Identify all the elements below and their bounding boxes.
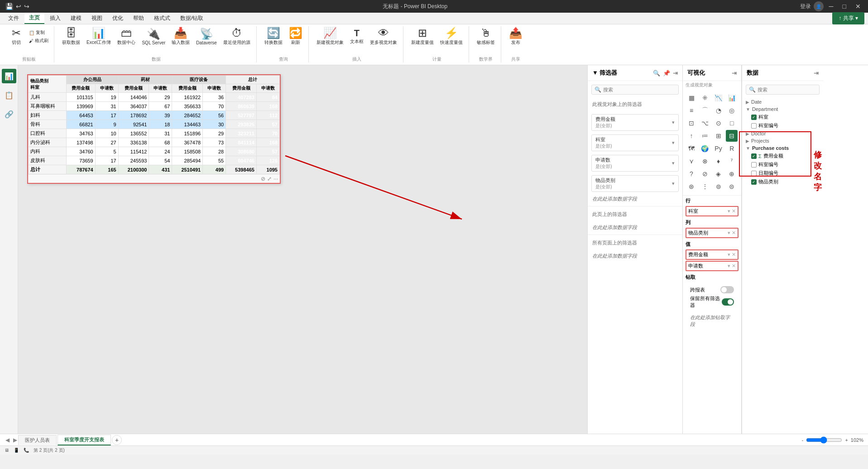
left-icon-report[interactable]: 📊 <box>2 69 16 83</box>
ribbon-btn-textbox[interactable]: T 文本框 <box>348 27 366 46</box>
filter-search-box[interactable]: 🔍 <box>591 85 679 95</box>
zoom-out-icon[interactable]: - <box>802 437 804 443</box>
viz-treemap[interactable]: ⊡ <box>686 117 697 129</box>
zoom-slider[interactable] <box>806 436 842 444</box>
viz-narrative[interactable]: ♦ <box>713 155 724 167</box>
menu-view[interactable]: 视图 <box>87 13 107 24</box>
ribbon-btn-quick-measure[interactable]: ⚡ 快速度量值 <box>438 26 465 47</box>
checkbox-keshi-no[interactable] <box>751 123 757 129</box>
purchase-category[interactable]: ✓ 物品类别 <box>748 177 823 186</box>
table-visual[interactable]: 物品类别科室 办公用品 药材 医疗设备 总计 费用金额 申请数 费用金额 申请数… <box>27 74 281 184</box>
viz-custom1[interactable]: ⊘ <box>699 168 711 180</box>
viz-kpi[interactable]: ↑ <box>686 130 697 142</box>
data-search-input[interactable] <box>758 87 816 92</box>
add-field-visual[interactable]: 在此处添加数据字段 <box>588 194 682 204</box>
menu-format[interactable]: 格式式 <box>149 13 175 24</box>
data-expand-icon[interactable]: ⇥ <box>814 70 819 77</box>
purchase-date-no[interactable]: 日期编号 <box>748 169 823 177</box>
filter-chip-category[interactable]: 物品类别 是(全部) ▾ <box>591 175 679 192</box>
ribbon-btn-dataverse[interactable]: 📡 Dataverse <box>194 27 219 47</box>
ribbon-btn-new-visual[interactable]: 📈 新建视觉对象 <box>314 26 346 47</box>
ribbon-btn-recent-sources[interactable]: ⏱ 最近使用的源 <box>221 26 253 47</box>
viz-custom3[interactable]: ⊕ <box>726 168 738 180</box>
chevron-row-icon[interactable]: ▾ <box>728 208 730 214</box>
value-req-chip[interactable]: 申请数 ▾ ✕ <box>686 261 739 271</box>
ribbon-btn-excel[interactable]: 📊 Excel工作簿 <box>84 26 113 47</box>
value-fee-chip[interactable]: 费用金额 ▾ ✕ <box>686 249 739 260</box>
group-doctor[interactable]: ▶ Doctor <box>742 130 823 137</box>
ribbon-btn-input[interactable]: 📥 输入数据 <box>169 26 192 47</box>
viz-bar-chart[interactable]: ▦ <box>686 92 697 104</box>
ribbon-btn-transform[interactable]: 🔄 转换数据 <box>262 26 285 47</box>
chevron-val2-icon[interactable]: ▾ <box>728 263 730 269</box>
viz-line-chart[interactable]: 📉 <box>713 92 724 104</box>
viz-table[interactable]: ⊞ <box>713 130 724 142</box>
viz-matrix[interactable]: ⊟ <box>726 130 738 142</box>
add-tab-button[interactable]: + <box>112 435 122 445</box>
chevron-down-icon[interactable]: ▾ <box>672 120 675 125</box>
page-prev-icon[interactable]: ◀ <box>5 436 10 444</box>
group-projects[interactable]: ▶ Projects <box>742 137 823 144</box>
checkbox-purchase-keshi-no[interactable] <box>751 162 757 168</box>
maximize-button[interactable]: □ <box>840 2 849 11</box>
checkbox-purchase-fee[interactable]: ✓ <box>751 153 757 159</box>
left-icon-model[interactable]: 🔗 <box>2 107 16 121</box>
ribbon-btn-format-painter[interactable]: 🖌 格式刷 <box>27 37 50 44</box>
chevron-down-icon-3[interactable]: ▾ <box>672 160 675 166</box>
filter-search-input[interactable] <box>603 87 676 92</box>
dept-item-keshi-no[interactable]: 科室编号 <box>748 121 823 130</box>
menu-home[interactable]: 主页 <box>24 13 44 24</box>
add-field-page[interactable]: 在此处添加数据字段 <box>588 222 682 233</box>
viz-donut[interactable]: ◎ <box>726 105 738 116</box>
close-col-icon[interactable]: ✕ <box>732 230 736 236</box>
viz-combo[interactable]: 📊 <box>726 92 738 104</box>
left-icon-data[interactable]: 📋 <box>2 88 16 102</box>
close-button[interactable]: ✕ <box>853 2 863 11</box>
undo-icon[interactable]: ↩ <box>15 2 22 11</box>
chevron-val-icon[interactable]: ▾ <box>728 252 730 258</box>
login-label[interactable]: 登录 <box>800 3 811 10</box>
ribbon-btn-get-data[interactable]: 🗄 获取数据 <box>60 26 82 47</box>
menu-help[interactable]: 帮助 <box>129 13 149 24</box>
tab-nurses[interactable]: 医护人员表 <box>18 435 57 445</box>
share-button[interactable]: ↑ 共享 ▾ <box>832 12 864 24</box>
minimize-button[interactable]: ─ <box>826 2 836 11</box>
viz-pie[interactable]: ◔ <box>713 105 724 116</box>
viz-shape[interactable]: Py <box>713 143 724 154</box>
viz-custom4[interactable]: ⊛ <box>686 181 697 192</box>
tab-quarterly[interactable]: 科室季度开支报表 <box>58 435 111 445</box>
window-controls[interactable]: ─ □ ✕ <box>826 2 863 11</box>
viz-paginated[interactable]: ⁷ <box>726 155 738 167</box>
viz-funnel[interactable]: ⌥ <box>699 117 711 129</box>
close-row-icon[interactable]: ✕ <box>732 208 736 214</box>
page-next-icon[interactable]: ▶ <box>12 436 18 444</box>
menu-optimize[interactable]: 优化 <box>108 13 128 24</box>
add-drill-field[interactable]: 在此处添加钻取字段 <box>686 312 739 330</box>
viz-gauge[interactable]: ⊙ <box>713 117 724 129</box>
ribbon-btn-more-visuals[interactable]: 👁 更多视觉对象 <box>368 26 399 47</box>
close-val2-icon[interactable]: ✕ <box>732 263 736 269</box>
ribbon-btn-sql[interactable]: 🔌 SQL Server <box>139 27 168 47</box>
group-date[interactable]: ▶ Date <box>742 98 823 105</box>
ribbon-btn-new-measure[interactable]: ⊞ 新建度量值 <box>409 26 436 47</box>
add-field-allpages[interactable]: 在此处添加数据字段 <box>588 251 682 261</box>
chevron-down-icon-4[interactable]: ▾ <box>672 181 675 187</box>
viz-expand-icon[interactable]: ⇥ <box>732 70 737 77</box>
visual-filter-icon[interactable]: ⊘ <box>261 176 265 182</box>
viz-scatter[interactable]: ⁜ <box>699 92 711 104</box>
menu-data-drill[interactable]: 数据/钻取 <box>176 13 208 24</box>
filter-chip-req[interactable]: 申请数 是(全部) ▾ <box>591 155 679 172</box>
visual-focus-icon[interactable]: ⤢ <box>267 176 272 182</box>
viz-stacked-bar[interactable]: ≡ <box>686 105 697 116</box>
menu-model[interactable]: 建模 <box>66 13 86 24</box>
filter-expand-icon[interactable]: ⇥ <box>673 70 678 77</box>
ribbon-btn-copy[interactable]: 📋 复制 <box>27 29 50 36</box>
group-purchase-costs[interactable]: ▼ Purchase costs <box>742 144 823 152</box>
viz-filled-map[interactable]: 🌍 <box>699 143 711 154</box>
undo-redo-area[interactable]: 💾 ↩ ↪ <box>5 2 30 11</box>
viz-key-influencer[interactable]: ⊗ <box>699 155 711 167</box>
ribbon-btn-cut[interactable]: ✂ 切切 <box>7 26 25 47</box>
purchase-fee[interactable]: ✓ Σ 费用金额 <box>748 152 823 160</box>
menu-insert[interactable]: 插入 <box>45 13 65 24</box>
viz-custom6[interactable]: ⊚ <box>713 181 724 192</box>
